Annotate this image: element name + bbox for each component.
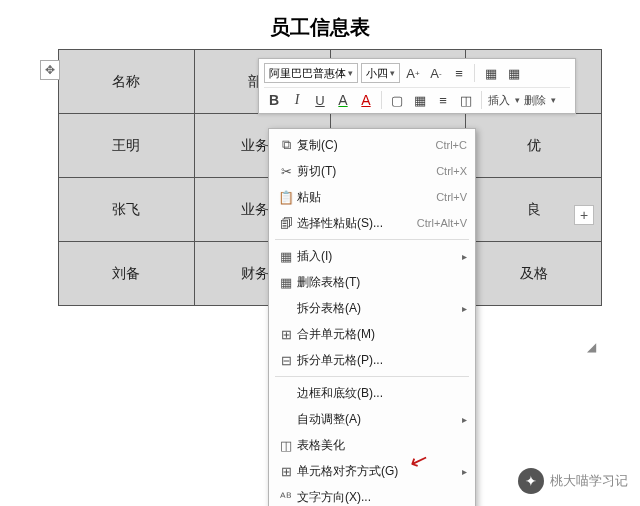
header-name[interactable]: 名称 (59, 50, 195, 114)
shrink-font-icon[interactable]: A- (426, 63, 446, 83)
menu-split-table[interactable]: 拆分表格(A)▸ (269, 295, 475, 321)
add-column-widget[interactable]: + (574, 205, 594, 225)
menu-insert[interactable]: ▦插入(I)▸ (269, 243, 475, 269)
menu-borders[interactable]: 边框和底纹(B)... (269, 380, 475, 406)
submenu-arrow-icon: ▸ (462, 414, 467, 425)
submenu-arrow-icon: ▸ (462, 466, 467, 477)
cell-align-icon: ⊞ (275, 464, 297, 479)
menu-autofit[interactable]: 自动调整(A)▸ (269, 406, 475, 432)
insert-icon: ▦ (275, 249, 297, 264)
insert-label[interactable]: 插入 (488, 93, 510, 108)
delete-table-icon[interactable]: ▦ (503, 63, 523, 83)
font-color-icon[interactable]: A (356, 90, 376, 110)
table-resize-handle[interactable]: ◢ (587, 340, 596, 354)
menu-cut[interactable]: ✂剪切(T)Ctrl+X (269, 158, 475, 184)
watermark-text: 桃大喵学习记 (550, 472, 628, 490)
line-spacing-icon[interactable]: ≡ (449, 63, 469, 83)
underline-icon[interactable]: U (310, 90, 330, 110)
paste-icon: 📋 (275, 190, 297, 205)
menu-paste-special[interactable]: 🗐选择性粘贴(S)...Ctrl+Alt+V (269, 210, 475, 236)
menu-split-cells[interactable]: ⊟拆分单元格(P)... (269, 347, 475, 373)
font-family-select[interactable]: 阿里巴巴普惠体▾ (264, 63, 358, 83)
font-size-select[interactable]: 小四▾ (361, 63, 400, 83)
menu-cell-align[interactable]: ⊞单元格对齐方式(G)▸ (269, 458, 475, 484)
shading-icon[interactable]: ◫ (456, 90, 476, 110)
insert-table-icon[interactable]: ▦ (480, 63, 500, 83)
beautify-icon: ◫ (275, 438, 297, 453)
copy-icon: ⧉ (275, 137, 297, 153)
context-menu: ⧉复制(C)Ctrl+C ✂剪切(T)Ctrl+X 📋粘贴Ctrl+V 🗐选择性… (268, 128, 476, 506)
border-icon[interactable]: ▢ (387, 90, 407, 110)
submenu-arrow-icon: ▸ (462, 251, 467, 262)
document-title: 员工信息表 (0, 0, 640, 49)
watermark: ✦ 桃大喵学习记 (518, 468, 628, 494)
merge-cells-icon: ⊞ (275, 327, 297, 342)
merge-icon[interactable]: ▦ (410, 90, 430, 110)
align-icon[interactable]: ≡ (433, 90, 453, 110)
delete-label[interactable]: 删除 (524, 93, 546, 108)
table-move-handle[interactable]: ✥ (40, 60, 60, 80)
cut-icon: ✂ (275, 164, 297, 179)
mini-toolbar: 阿里巴巴普惠体▾ 小四▾ A+ A- ≡ ▦ ▦ B I U A A ▢ ▦ ≡… (258, 58, 576, 114)
wechat-logo-icon: ✦ (518, 468, 544, 494)
text-direction-icon: ᴬᴮ (275, 490, 297, 505)
menu-copy[interactable]: ⧉复制(C)Ctrl+C (269, 132, 475, 158)
submenu-arrow-icon: ▸ (462, 303, 467, 314)
menu-delete-table[interactable]: ▦删除表格(T) (269, 269, 475, 295)
menu-merge-cells[interactable]: ⊞合并单元格(M) (269, 321, 475, 347)
bold-icon[interactable]: B (264, 90, 284, 110)
grow-font-icon[interactable]: A+ (403, 63, 423, 83)
highlight-color-icon[interactable]: A (333, 90, 353, 110)
delete-table-menu-icon: ▦ (275, 275, 297, 290)
paste-special-icon: 🗐 (275, 216, 297, 231)
menu-beautify[interactable]: ◫表格美化 (269, 432, 475, 458)
menu-text-direction[interactable]: ᴬᴮ文字方向(X)... (269, 484, 475, 506)
menu-paste[interactable]: 📋粘贴Ctrl+V (269, 184, 475, 210)
split-cells-icon: ⊟ (275, 353, 297, 368)
italic-icon[interactable]: I (287, 90, 307, 110)
